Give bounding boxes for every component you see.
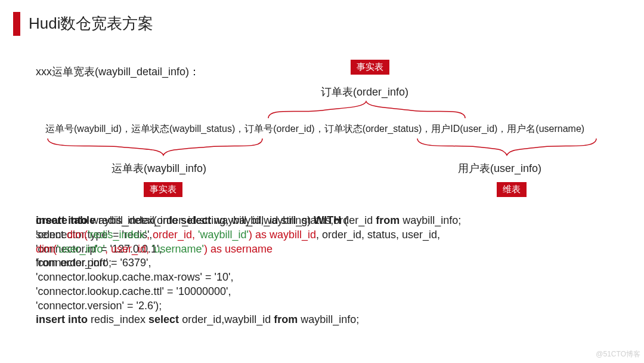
badge-dim-right: 维表 xyxy=(497,182,527,197)
page-title: Hudi数仓宽表方案 xyxy=(29,13,153,34)
code-text: ) as waybill_id xyxy=(249,229,316,241)
kw-from2: from xyxy=(376,214,400,226)
badge-fact-top: 事实表 xyxy=(351,60,389,75)
label-user-table: 用户表(user_info) xyxy=(458,161,541,176)
code-text: , order_id, xyxy=(147,229,198,241)
str-lit: 'username' xyxy=(152,243,204,255)
str-lit: 'waybill_id' xyxy=(198,229,249,241)
fn-dim2: dim xyxy=(36,243,53,255)
code-line: 'connector.version' = '2.6'); xyxy=(36,299,359,313)
kw-select: select xyxy=(148,313,179,325)
str-lit: 'redis_index' xyxy=(88,229,147,241)
code-layer-2: insert into waybill_detail_info select w… xyxy=(36,214,461,270)
fields-row: 运单号(waybill_id)，运单状态(waybill_status)，订单号… xyxy=(45,123,584,136)
label-order-table: 订单表(order_info) xyxy=(321,85,408,99)
subtitle: xxx运单宽表(waybill_detail_info)： xyxy=(36,64,200,79)
code-text: select xyxy=(36,229,67,241)
code-text: redis_index xyxy=(88,313,148,325)
code-text: , user_id, xyxy=(105,243,152,255)
fn-dim: dim xyxy=(67,229,84,241)
watermark: @51CTO博客 xyxy=(596,349,640,359)
badge-fact-left: 事实表 xyxy=(144,182,182,197)
str-lit: 'user_info' xyxy=(57,243,105,255)
kw-insert2: insert into xyxy=(36,214,88,226)
code-text: , order_id, status, user_id, xyxy=(316,229,440,241)
code-text: ) as username xyxy=(204,243,273,255)
kw-from: from xyxy=(274,313,298,325)
accent-bar xyxy=(13,12,20,36)
code-line: 'connector.lookup.cache.ttl' = '10000000… xyxy=(36,285,359,299)
kw-select2: select xyxy=(181,214,211,226)
kw-insert: insert into xyxy=(36,313,88,325)
code-text: waybill_id,waybill_status,order_id xyxy=(211,214,376,226)
code-line: from order_info; xyxy=(36,256,461,270)
label-waybill-table: 运单表(waybill_info) xyxy=(112,161,206,176)
code-line: 'connector.lookup.cache.max-rows' = '10'… xyxy=(36,270,359,285)
code-text: waybill_info; xyxy=(298,313,359,325)
code-text: waybill_detail_info xyxy=(88,214,181,226)
code-text: order_id,waybill_id xyxy=(179,313,274,325)
code-text: waybill_info; xyxy=(400,214,461,226)
